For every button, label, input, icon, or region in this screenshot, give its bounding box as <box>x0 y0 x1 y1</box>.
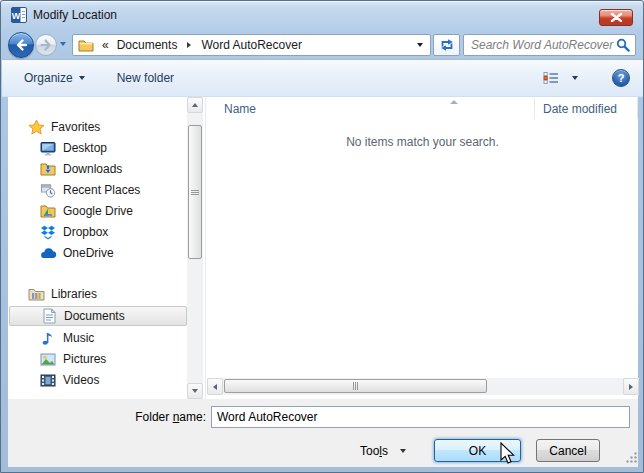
help-button[interactable]: ? <box>612 69 630 87</box>
videos-icon <box>39 374 57 387</box>
breadcrumb-overflow[interactable]: « <box>96 38 111 52</box>
sidebar-scrollbar[interactable] <box>187 97 203 399</box>
command-toolbar: Organize New folder ? <box>2 59 644 97</box>
footer-panel: Folder name: Tools OK Cancel <box>8 399 638 467</box>
tools-button[interactable]: Tools <box>354 439 412 462</box>
search-icon[interactable] <box>616 38 630 52</box>
folder-icon <box>78 39 94 52</box>
music-icon <box>39 330 57 346</box>
google-drive-icon <box>39 204 57 218</box>
organize-label: Organize <box>24 71 73 85</box>
libraries-icon <box>27 287 45 301</box>
tools-label: Tools <box>360 444 388 458</box>
search-input[interactable] <box>469 37 616 53</box>
sidebar-item-label: Pictures <box>63 352 106 366</box>
search-box[interactable] <box>463 34 636 56</box>
breadcrumb-separator-icon[interactable] <box>187 42 191 48</box>
sidebar-item-label: Documents <box>64 309 125 323</box>
file-list: Name Date modified No items match your s… <box>205 97 638 399</box>
word-icon: W <box>11 7 27 23</box>
content-area: Favorites Desktop <box>8 97 638 399</box>
help-glyph: ? <box>618 72 625 84</box>
sidebar-item-label: Recent Places <box>63 183 140 197</box>
sidebar-item-label: Dropbox <box>63 225 108 239</box>
sidebar-item-google-drive[interactable]: Google Drive <box>9 201 187 221</box>
sidebar-item-label: Videos <box>63 373 99 387</box>
breadcrumb-word-autorecover[interactable]: Word AutoRecover <box>195 38 308 52</box>
sidebar-item-label: Downloads <box>63 162 122 176</box>
cancel-button[interactable]: Cancel <box>536 439 600 462</box>
scroll-up-button[interactable] <box>187 97 203 113</box>
forward-arrow-icon <box>39 38 53 52</box>
new-folder-label: New folder <box>117 71 174 85</box>
sidebar-item-onedrive[interactable]: OneDrive <box>9 243 187 263</box>
desktop-icon <box>39 141 57 156</box>
scroll-down-button[interactable] <box>187 383 203 399</box>
dropbox-icon <box>39 225 57 240</box>
sidebar-item-downloads[interactable]: Downloads <box>9 159 187 179</box>
back-arrow-icon <box>13 37 29 53</box>
sidebar-group-libraries[interactable]: Libraries <box>9 284 187 304</box>
scroll-right-button[interactable] <box>623 378 639 395</box>
grip-icon <box>353 382 358 390</box>
column-header-name[interactable]: Name <box>206 98 535 119</box>
folder-name-label: Folder name: <box>8 410 206 424</box>
new-folder-button[interactable]: New folder <box>109 67 182 89</box>
svg-text:W: W <box>12 11 21 21</box>
triangle-left-icon <box>213 384 217 390</box>
chevron-down-icon <box>572 76 578 80</box>
mouse-cursor <box>500 442 517 466</box>
triangle-down-icon <box>192 389 198 393</box>
grip-icon <box>191 190 199 195</box>
resize-grip[interactable] <box>625 451 638 464</box>
address-bar[interactable]: « Documents Word AutoRecover <box>72 34 431 56</box>
sidebar-item-label: OneDrive <box>63 246 114 260</box>
views-button[interactable] <box>535 67 586 89</box>
downloads-icon <box>39 162 57 176</box>
chevron-down-icon <box>400 449 406 453</box>
sidebar-group-label: Favorites <box>51 120 100 134</box>
sidebar-item-music[interactable]: Music <box>9 328 187 348</box>
close-button[interactable] <box>599 9 633 26</box>
titlebar[interactable]: W Modify Location <box>1 1 644 29</box>
back-button[interactable] <box>8 32 34 58</box>
sidebar-group-label: Libraries <box>51 287 97 301</box>
sidebar-group-favorites[interactable]: Favorites <box>9 117 187 137</box>
sidebar-item-label: Desktop <box>63 141 107 155</box>
refresh-button[interactable] <box>433 34 460 56</box>
column-header-date-modified[interactable]: Date modified <box>535 98 638 119</box>
forward-button[interactable] <box>35 34 57 56</box>
star-icon <box>27 119 45 135</box>
views-icon <box>543 71 560 85</box>
recent-places-icon <box>39 183 57 198</box>
onedrive-icon <box>39 247 57 260</box>
sidebar-item-label: Google Drive <box>63 204 133 218</box>
scroll-left-button[interactable] <box>207 378 223 395</box>
modify-location-dialog: W Modify Location « Documents Word <box>0 0 644 473</box>
scrollbar-thumb[interactable] <box>188 125 202 259</box>
empty-list-message: No items match your search. <box>206 135 639 149</box>
sidebar-item-desktop[interactable]: Desktop <box>9 138 187 158</box>
triangle-right-icon <box>629 384 633 390</box>
pictures-icon <box>39 353 57 366</box>
close-icon <box>610 13 623 22</box>
sidebar-item-pictures[interactable]: Pictures <box>9 349 187 369</box>
folder-name-input[interactable] <box>211 406 630 428</box>
documents-icon <box>40 308 58 324</box>
refresh-icon <box>439 37 455 53</box>
triangle-up-icon <box>192 103 198 107</box>
scrollbar-thumb[interactable] <box>224 379 487 393</box>
chevron-down-icon <box>417 43 423 47</box>
sidebar-item-recent-places[interactable]: Recent Places <box>9 180 187 200</box>
sidebar-item-label: Music <box>63 331 94 345</box>
address-dropdown[interactable] <box>411 36 428 54</box>
sidebar-item-dropbox[interactable]: Dropbox <box>9 222 187 242</box>
recent-pages-dropdown[interactable] <box>60 42 66 46</box>
list-horizontal-scrollbar[interactable] <box>207 378 639 395</box>
breadcrumb-documents[interactable]: Documents <box>111 38 184 52</box>
organize-button[interactable]: Organize <box>16 67 93 89</box>
window-title: Modify Location <box>33 8 117 22</box>
sidebar-item-documents[interactable]: Documents <box>9 306 187 326</box>
sidebar-item-videos[interactable]: Videos <box>9 370 187 390</box>
chevron-down-icon <box>79 76 85 80</box>
